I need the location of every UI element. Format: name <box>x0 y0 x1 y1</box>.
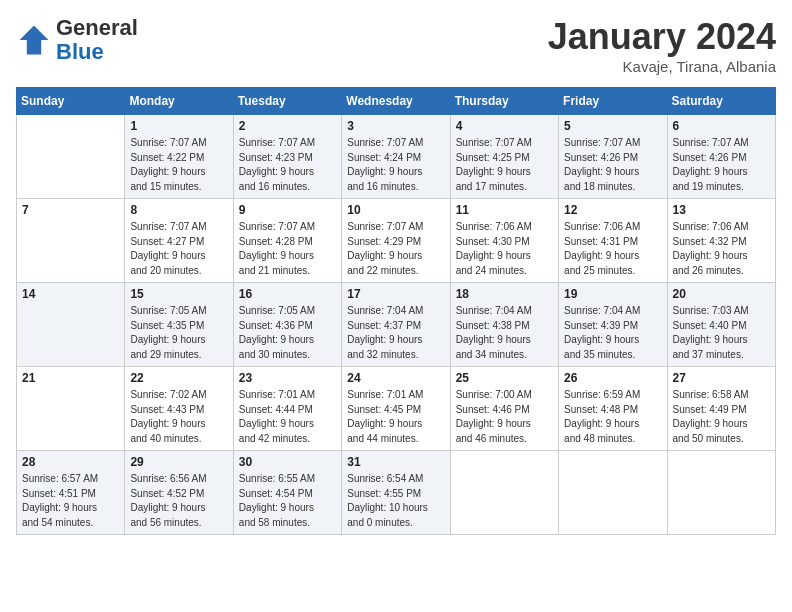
calendar-day-cell: 17Sunrise: 7:04 AMSunset: 4:37 PMDayligh… <box>342 283 450 367</box>
day-number: 15 <box>130 287 227 301</box>
calendar-day-cell: 19Sunrise: 7:04 AMSunset: 4:39 PMDayligh… <box>559 283 667 367</box>
title-block: January 2024 Kavaje, Tirana, Albania <box>548 16 776 75</box>
day-number: 17 <box>347 287 444 301</box>
page-header: General Blue January 2024 Kavaje, Tirana… <box>16 16 776 75</box>
day-number: 31 <box>347 455 444 469</box>
day-info: Sunrise: 6:57 AMSunset: 4:51 PMDaylight:… <box>22 472 119 530</box>
day-info: Sunrise: 7:01 AMSunset: 4:44 PMDaylight:… <box>239 388 336 446</box>
day-number: 22 <box>130 371 227 385</box>
weekday-header: Sunday <box>17 88 125 115</box>
calendar-day-cell <box>450 451 558 535</box>
calendar-header-row: SundayMondayTuesdayWednesdayThursdayFrid… <box>17 88 776 115</box>
day-info: Sunrise: 7:04 AMSunset: 4:37 PMDaylight:… <box>347 304 444 362</box>
day-number: 29 <box>130 455 227 469</box>
day-number: 8 <box>130 203 227 217</box>
day-info: Sunrise: 7:07 AMSunset: 4:24 PMDaylight:… <box>347 136 444 194</box>
calendar-day-cell: 8Sunrise: 7:07 AMSunset: 4:27 PMDaylight… <box>125 199 233 283</box>
day-number: 2 <box>239 119 336 133</box>
day-number: 19 <box>564 287 661 301</box>
calendar-day-cell: 9Sunrise: 7:07 AMSunset: 4:28 PMDaylight… <box>233 199 341 283</box>
day-info: Sunrise: 6:59 AMSunset: 4:48 PMDaylight:… <box>564 388 661 446</box>
calendar-day-cell: 4Sunrise: 7:07 AMSunset: 4:25 PMDaylight… <box>450 115 558 199</box>
logo-text: General Blue <box>56 16 138 64</box>
day-info: Sunrise: 7:07 AMSunset: 4:22 PMDaylight:… <box>130 136 227 194</box>
calendar-day-cell: 18Sunrise: 7:04 AMSunset: 4:38 PMDayligh… <box>450 283 558 367</box>
calendar-day-cell: 14 <box>17 283 125 367</box>
weekday-header: Saturday <box>667 88 775 115</box>
calendar-day-cell: 15Sunrise: 7:05 AMSunset: 4:35 PMDayligh… <box>125 283 233 367</box>
logo-icon <box>16 22 52 58</box>
calendar-week-row: 28Sunrise: 6:57 AMSunset: 4:51 PMDayligh… <box>17 451 776 535</box>
day-number: 4 <box>456 119 553 133</box>
calendar-day-cell: 30Sunrise: 6:55 AMSunset: 4:54 PMDayligh… <box>233 451 341 535</box>
day-number: 6 <box>673 119 770 133</box>
day-number: 9 <box>239 203 336 217</box>
day-info: Sunrise: 7:07 AMSunset: 4:26 PMDaylight:… <box>673 136 770 194</box>
calendar-day-cell: 3Sunrise: 7:07 AMSunset: 4:24 PMDaylight… <box>342 115 450 199</box>
calendar-day-cell: 27Sunrise: 6:58 AMSunset: 4:49 PMDayligh… <box>667 367 775 451</box>
calendar-day-cell: 10Sunrise: 7:07 AMSunset: 4:29 PMDayligh… <box>342 199 450 283</box>
logo-general: General <box>56 15 138 40</box>
calendar-day-cell <box>17 115 125 199</box>
day-number: 12 <box>564 203 661 217</box>
calendar-day-cell: 24Sunrise: 7:01 AMSunset: 4:45 PMDayligh… <box>342 367 450 451</box>
calendar-day-cell: 7 <box>17 199 125 283</box>
logo: General Blue <box>16 16 138 64</box>
day-number: 18 <box>456 287 553 301</box>
calendar-day-cell: 5Sunrise: 7:07 AMSunset: 4:26 PMDaylight… <box>559 115 667 199</box>
day-info: Sunrise: 6:55 AMSunset: 4:54 PMDaylight:… <box>239 472 336 530</box>
calendar-day-cell: 11Sunrise: 7:06 AMSunset: 4:30 PMDayligh… <box>450 199 558 283</box>
day-number: 10 <box>347 203 444 217</box>
weekday-header: Thursday <box>450 88 558 115</box>
day-number: 30 <box>239 455 336 469</box>
calendar-day-cell: 28Sunrise: 6:57 AMSunset: 4:51 PMDayligh… <box>17 451 125 535</box>
day-info: Sunrise: 7:04 AMSunset: 4:38 PMDaylight:… <box>456 304 553 362</box>
day-number: 14 <box>22 287 119 301</box>
calendar-day-cell: 29Sunrise: 6:56 AMSunset: 4:52 PMDayligh… <box>125 451 233 535</box>
day-number: 5 <box>564 119 661 133</box>
weekday-header: Monday <box>125 88 233 115</box>
logo-blue: Blue <box>56 39 104 64</box>
weekday-header: Tuesday <box>233 88 341 115</box>
day-number: 25 <box>456 371 553 385</box>
calendar-day-cell: 2Sunrise: 7:07 AMSunset: 4:23 PMDaylight… <box>233 115 341 199</box>
svg-marker-0 <box>20 26 49 55</box>
day-number: 3 <box>347 119 444 133</box>
day-number: 1 <box>130 119 227 133</box>
calendar-table: SundayMondayTuesdayWednesdayThursdayFrid… <box>16 87 776 535</box>
day-info: Sunrise: 7:05 AMSunset: 4:36 PMDaylight:… <box>239 304 336 362</box>
calendar-day-cell: 25Sunrise: 7:00 AMSunset: 4:46 PMDayligh… <box>450 367 558 451</box>
day-number: 21 <box>22 371 119 385</box>
day-number: 20 <box>673 287 770 301</box>
calendar-day-cell: 1Sunrise: 7:07 AMSunset: 4:22 PMDaylight… <box>125 115 233 199</box>
day-info: Sunrise: 7:06 AMSunset: 4:32 PMDaylight:… <box>673 220 770 278</box>
day-info: Sunrise: 6:58 AMSunset: 4:49 PMDaylight:… <box>673 388 770 446</box>
day-info: Sunrise: 7:07 AMSunset: 4:28 PMDaylight:… <box>239 220 336 278</box>
day-info: Sunrise: 7:07 AMSunset: 4:29 PMDaylight:… <box>347 220 444 278</box>
weekday-header: Wednesday <box>342 88 450 115</box>
day-number: 16 <box>239 287 336 301</box>
location: Kavaje, Tirana, Albania <box>548 58 776 75</box>
calendar-day-cell <box>667 451 775 535</box>
calendar-day-cell: 23Sunrise: 7:01 AMSunset: 4:44 PMDayligh… <box>233 367 341 451</box>
day-info: Sunrise: 7:00 AMSunset: 4:46 PMDaylight:… <box>456 388 553 446</box>
calendar-week-row: 1415Sunrise: 7:05 AMSunset: 4:35 PMDayli… <box>17 283 776 367</box>
day-info: Sunrise: 7:01 AMSunset: 4:45 PMDaylight:… <box>347 388 444 446</box>
calendar-day-cell: 6Sunrise: 7:07 AMSunset: 4:26 PMDaylight… <box>667 115 775 199</box>
day-number: 28 <box>22 455 119 469</box>
day-info: Sunrise: 7:07 AMSunset: 4:25 PMDaylight:… <box>456 136 553 194</box>
day-info: Sunrise: 7:07 AMSunset: 4:27 PMDaylight:… <box>130 220 227 278</box>
calendar-day-cell: 21 <box>17 367 125 451</box>
day-number: 7 <box>22 203 119 217</box>
weekday-header: Friday <box>559 88 667 115</box>
calendar-day-cell: 12Sunrise: 7:06 AMSunset: 4:31 PMDayligh… <box>559 199 667 283</box>
day-info: Sunrise: 7:07 AMSunset: 4:23 PMDaylight:… <box>239 136 336 194</box>
calendar-day-cell: 20Sunrise: 7:03 AMSunset: 4:40 PMDayligh… <box>667 283 775 367</box>
calendar-week-row: 2122Sunrise: 7:02 AMSunset: 4:43 PMDayli… <box>17 367 776 451</box>
day-number: 13 <box>673 203 770 217</box>
day-info: Sunrise: 7:03 AMSunset: 4:40 PMDaylight:… <box>673 304 770 362</box>
day-info: Sunrise: 7:05 AMSunset: 4:35 PMDaylight:… <box>130 304 227 362</box>
day-number: 11 <box>456 203 553 217</box>
day-info: Sunrise: 7:07 AMSunset: 4:26 PMDaylight:… <box>564 136 661 194</box>
calendar-day-cell: 31Sunrise: 6:54 AMSunset: 4:55 PMDayligh… <box>342 451 450 535</box>
